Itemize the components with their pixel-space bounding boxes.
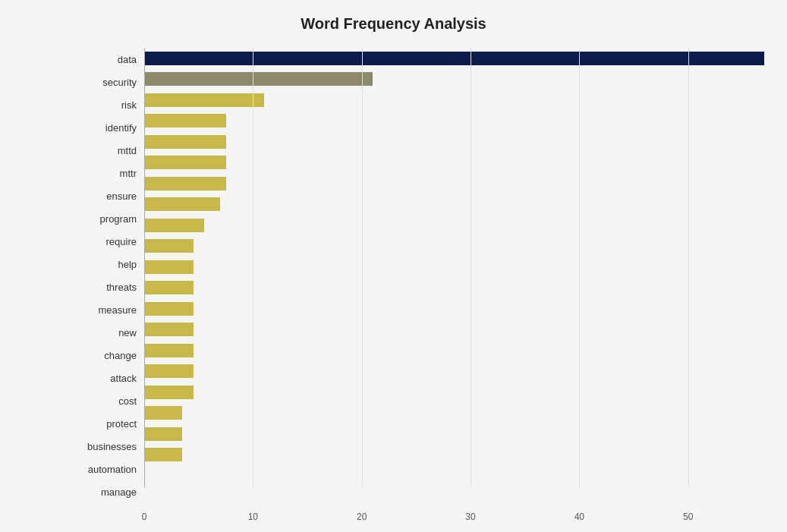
chart-title: Word Frequency Analysis bbox=[23, 15, 764, 33]
bar-row-measure bbox=[144, 278, 764, 299]
bar-fill-security bbox=[144, 72, 373, 86]
y-label-new: new bbox=[76, 322, 144, 344]
bar-fill-cost bbox=[144, 364, 194, 378]
bar-fill-help bbox=[144, 239, 194, 253]
bar-row-program bbox=[144, 194, 764, 216]
y-label-mttr: mttr bbox=[76, 162, 144, 184]
bar-fill-attack bbox=[144, 344, 194, 357]
bar-row-cost bbox=[144, 361, 764, 382]
x-tick-50: 50 bbox=[683, 512, 693, 522]
y-label-require: require bbox=[76, 231, 144, 253]
y-label-manage: manage bbox=[76, 481, 144, 503]
bar-fill-mttd bbox=[144, 135, 226, 149]
bars-col bbox=[144, 48, 764, 488]
bar-fill-identify bbox=[144, 114, 226, 127]
bar-row-mttd bbox=[144, 131, 764, 153]
bar-fill-manage bbox=[144, 448, 182, 461]
bar-fill-threats bbox=[144, 260, 194, 274]
bar-fill-data bbox=[144, 52, 764, 65]
y-label-automation: automation bbox=[76, 458, 144, 480]
bar-fill-businesses bbox=[144, 406, 182, 420]
bar-fill-change bbox=[144, 323, 194, 336]
y-axis-labels: datasecurityriskidentifymttdmttrensurepr… bbox=[76, 48, 144, 526]
y-label-ensure: ensure bbox=[76, 185, 144, 207]
bar-row-risk bbox=[144, 90, 764, 111]
x-tick-20: 20 bbox=[357, 512, 367, 522]
bar-row-identify bbox=[144, 111, 764, 132]
bar-fill-risk bbox=[144, 93, 264, 107]
bar-row-require bbox=[144, 215, 764, 236]
x-axis: 01020304050 bbox=[144, 503, 764, 526]
x-tick-10: 10 bbox=[248, 512, 258, 522]
bar-fill-protect bbox=[144, 386, 194, 399]
y-label-threats: threats bbox=[76, 276, 144, 298]
y-label-measure: measure bbox=[76, 299, 144, 321]
bar-row-ensure bbox=[144, 173, 764, 194]
bar-row-new bbox=[144, 298, 764, 320]
bar-row-protect bbox=[144, 382, 764, 403]
y-label-risk: risk bbox=[76, 94, 144, 116]
x-tick-0: 0 bbox=[142, 512, 147, 522]
y-label-protect: protect bbox=[76, 413, 144, 435]
bar-row-help bbox=[144, 236, 764, 257]
bar-row-security bbox=[144, 69, 764, 90]
y-label-mttd: mttd bbox=[76, 140, 144, 162]
bar-row-threats bbox=[144, 257, 764, 278]
plot-area: 01020304050 Frequency bbox=[144, 48, 764, 526]
x-tick-40: 40 bbox=[575, 512, 584, 522]
y-label-businesses: businesses bbox=[76, 436, 144, 458]
x-tick-30: 30 bbox=[465, 512, 475, 522]
bar-fill-require bbox=[144, 219, 204, 232]
bar-row-change bbox=[144, 320, 764, 341]
y-label-data: data bbox=[76, 49, 144, 71]
y-label-security: security bbox=[76, 71, 144, 93]
bar-fill-mttr bbox=[144, 156, 226, 169]
bar-row-manage bbox=[144, 445, 764, 466]
bar-fill-ensure bbox=[144, 177, 226, 190]
bar-row-data bbox=[144, 48, 764, 69]
bar-fill-automation bbox=[144, 427, 182, 441]
bar-row-businesses bbox=[144, 403, 764, 424]
bar-fill-new bbox=[144, 302, 194, 316]
y-label-program: program bbox=[76, 208, 144, 230]
bar-row-attack bbox=[144, 340, 764, 361]
chart-container: Word Frequency Analysis datasecurityrisk… bbox=[0, 0, 787, 532]
y-label-help: help bbox=[76, 253, 144, 275]
bar-row-mttr bbox=[144, 153, 764, 174]
y-label-change: change bbox=[76, 345, 144, 367]
bar-fill-program bbox=[144, 197, 220, 211]
bar-fill-measure bbox=[144, 281, 194, 294]
y-label-identify: identify bbox=[76, 117, 144, 139]
y-label-attack: attack bbox=[76, 367, 144, 389]
bar-row-automation bbox=[144, 423, 764, 445]
y-label-cost: cost bbox=[76, 390, 144, 412]
